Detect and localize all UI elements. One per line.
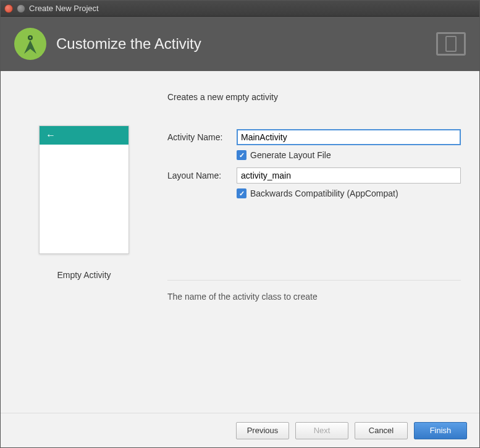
android-studio-logo (14, 28, 46, 60)
previous-button[interactable]: Previous (236, 422, 289, 439)
hint-separator (167, 280, 461, 281)
hint-text: The name of the activity class to create (167, 292, 461, 302)
content-area: ← Empty Activity Creates a new empty act… (1, 71, 479, 413)
generate-layout-row[interactable]: ✓ Generate Layout File (237, 150, 461, 160)
activity-preview: ← (39, 125, 129, 254)
wizard-footer: Previous Next Cancel Finish (1, 413, 479, 447)
activity-name-row: Activity Name: (167, 129, 461, 145)
wizard-header: Customize the Activity (1, 17, 479, 71)
layout-name-label: Layout Name: (167, 171, 237, 180)
back-arrow-icon: ← (46, 130, 56, 141)
device-icon (436, 32, 466, 56)
window-title: Create New Project (29, 4, 99, 13)
generate-layout-checkbox[interactable]: ✓ (237, 150, 246, 160)
layout-name-input[interactable] (237, 167, 461, 184)
titlebar[interactable]: Create New Project (1, 1, 479, 17)
dialog-window: Create New Project Customize the Activit… (0, 0, 480, 448)
generate-layout-label: Generate Layout File (250, 150, 331, 160)
preview-label: Empty Activity (57, 270, 111, 280)
header-title: Customize the Activity (56, 35, 426, 53)
activity-name-input[interactable] (237, 129, 461, 145)
preview-column: ← Empty Activity (13, 90, 155, 407)
finish-button[interactable]: Finish (414, 422, 467, 439)
layout-name-row: Layout Name: (167, 167, 461, 184)
next-button: Next (295, 422, 348, 439)
svg-point-1 (30, 37, 32, 39)
preview-toolbar: ← (40, 126, 128, 145)
activity-name-label: Activity Name: (167, 132, 237, 142)
backwards-compat-row[interactable]: ✓ Backwards Compatibility (AppCompat) (237, 188, 461, 198)
form-description: Creates a new empty activity (167, 92, 461, 102)
minimize-icon[interactable] (17, 4, 25, 13)
backwards-compat-label: Backwards Compatibility (AppCompat) (250, 188, 398, 198)
backwards-compat-checkbox[interactable]: ✓ (237, 188, 246, 198)
form-column: Creates a new empty activity Activity Na… (167, 90, 467, 407)
cancel-button[interactable]: Cancel (355, 422, 408, 439)
close-icon[interactable] (4, 4, 13, 13)
